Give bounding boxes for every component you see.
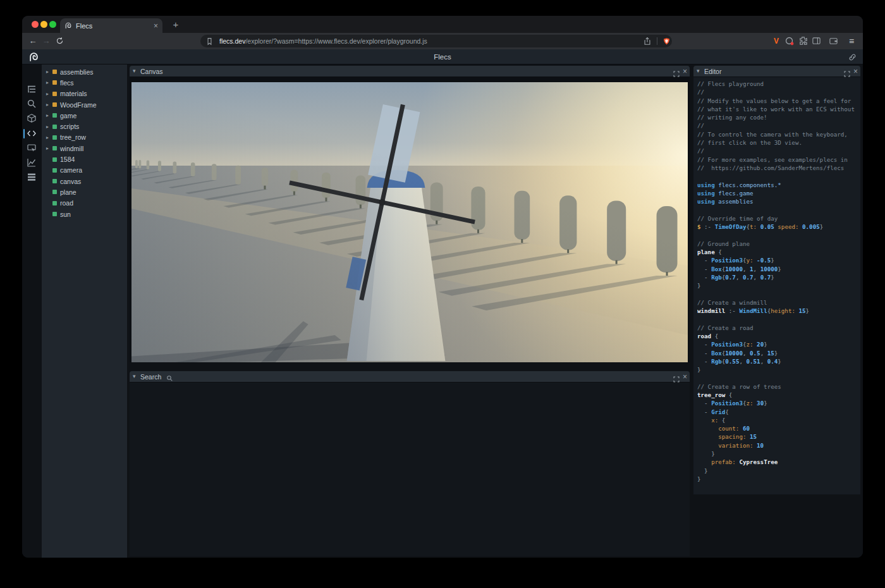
tree-item-label: WoodFrame [60,101,97,109]
code-line: // Override time of day [697,214,859,223]
tree-item-scripts[interactable]: ▸scripts [42,121,127,132]
rewards-icon[interactable] [784,36,795,46]
fullscreen-icon[interactable] [673,68,680,75]
tab-strip: Flecs × + [22,16,863,33]
expand-arrow-icon[interactable]: ▸ [46,145,52,151]
expand-arrow-icon[interactable]: ▸ [46,102,52,107]
expand-arrow-icon[interactable]: ▸ [46,135,52,140]
expand-arrow-icon[interactable]: ▸ [46,124,52,130]
commands-list-icon[interactable] [27,172,38,183]
url-path: /explorer/?wasm=https://www.flecs.dev/ex… [245,37,427,45]
entities-cube-icon[interactable] [27,113,38,125]
browser-tab[interactable]: Flecs × [60,18,162,33]
search-panel-header: ▾ Search × [130,371,690,383]
code-line: // first click on the 3D view. [697,138,859,147]
code-line: variation: 10 [697,441,859,450]
editor-code[interactable]: // Flecs playground//// Modify the value… [697,80,859,493]
tree-item-WoodFrame[interactable]: ▸WoodFrame [42,99,127,110]
close-icon[interactable]: × [683,371,687,383]
tree-item-tree_row[interactable]: ▸tree_row [42,132,127,143]
entity-color-square [52,190,57,194]
panel-title: Editor [704,66,721,77]
entity-color-square [52,168,57,173]
tree-item-plane[interactable]: plane [42,187,127,197]
tree-item-camera[interactable]: camera [42,165,127,176]
tree-item-1584[interactable]: 1584 [42,154,127,164]
extensions-icon[interactable] [798,36,808,46]
tree-item-windmill[interactable]: ▸windmill [42,143,127,154]
browser-toolbar: ← → flecs.dev/explorer/?wasm=https://www… [22,33,863,49]
page-title: Flecs [22,49,863,64]
tree-item-label: tree_row [60,133,86,141]
tree-item-sun[interactable]: sun [42,209,127,219]
3d-viewport[interactable] [131,82,688,362]
window-close-button[interactable] [32,21,39,28]
brave-shield-icon[interactable] [662,36,673,46]
share-icon[interactable] [643,36,653,46]
favicon-flecs-icon [64,20,72,32]
code-line: - Grid{ [697,408,859,416]
tree-item-label: windmill [60,145,83,152]
code-line: // To control the camera with the keyboa… [697,130,859,138]
panel-icon-strip [22,64,42,558]
panel-title: Canvas [140,66,163,77]
tree-item-assemblies[interactable]: ▸assemblies [42,66,127,77]
entity-color-square [52,92,57,96]
code-line: - Position3{z: 20} [697,340,859,348]
tab-close-icon[interactable]: × [154,22,158,30]
code-line [697,374,859,382]
expand-arrow-icon[interactable]: ▸ [46,80,52,85]
menu-icon[interactable]: ≡ [846,36,857,46]
tree-item-label: camera [60,166,82,174]
window-zoom-button[interactable] [49,21,56,28]
entity-color-square [52,146,57,150]
vpn-icon[interactable]: V [771,36,781,46]
tree-item-label: sun [60,211,71,218]
sidebar-toggle-icon[interactable] [811,36,821,46]
wallet-icon[interactable] [828,36,838,46]
close-icon[interactable]: × [853,66,858,77]
bookmark-icon[interactable] [205,36,216,46]
expand-arrow-icon[interactable]: ▸ [46,69,52,75]
fullscreen-icon[interactable] [844,68,850,75]
tree-item-label: road [60,199,73,207]
forward-icon[interactable]: → [41,33,51,49]
search-icon[interactable] [27,99,38,110]
code-line: // For more examples, see examples/plecs… [697,156,859,164]
back-icon[interactable]: ← [28,33,38,49]
inspector-icon[interactable] [27,143,38,154]
chevron-down-icon[interactable]: ▾ [133,371,136,383]
tree-item-game[interactable]: ▸game [42,110,127,121]
tree-item-label: canvas [60,178,81,185]
entity-tree-panel: ▸assemblies▸flecs▸materials▸WoodFrame▸ga… [42,64,127,558]
stats-chart-icon[interactable] [27,157,38,169]
code-line [697,172,859,180]
entity-color-square [52,212,57,216]
canvas-panel: ▾ Canvas × [130,66,690,362]
tree-item-flecs[interactable]: ▸flecs [42,77,127,88]
tree-item-canvas[interactable]: canvas [42,176,127,187]
window-minimize-button[interactable] [40,21,47,28]
entity-color-square [52,157,57,162]
code-line: - Box{10000, 1, 10000} [697,265,859,273]
code-line: // what it's like to work with an ECS wi… [697,105,859,113]
share-link-icon[interactable] [848,52,857,64]
code-line: // Flecs playground [697,80,859,88]
chevron-down-icon[interactable]: ▾ [697,66,700,77]
code-line: x: { [697,416,859,424]
new-tab-button[interactable]: + [169,18,182,31]
entity-tree-icon[interactable] [27,84,38,95]
url-bar[interactable]: flecs.dev/explorer/?wasm=https://www.fle… [200,35,672,47]
fullscreen-icon[interactable] [673,374,680,380]
tree-item-label: plane [60,188,76,196]
code-line [697,290,859,298]
chevron-down-icon[interactable]: ▾ [133,66,136,77]
close-icon[interactable]: × [683,66,687,77]
panel-title: Search [140,371,161,383]
tree-item-materials[interactable]: ▸materials [42,89,127,99]
editor-code-icon[interactable] [27,128,38,140]
expand-arrow-icon[interactable]: ▸ [46,113,52,118]
expand-arrow-icon[interactable]: ▸ [46,91,52,97]
reload-icon[interactable] [54,33,64,49]
tree-item-road[interactable]: road [42,198,127,209]
